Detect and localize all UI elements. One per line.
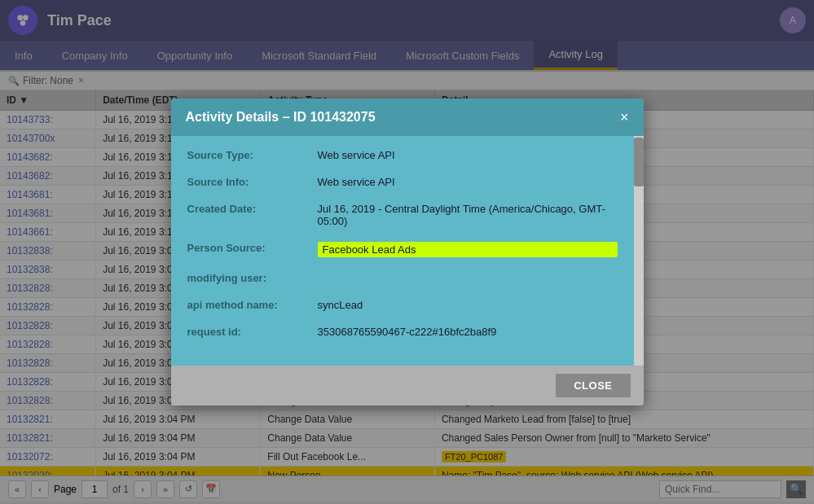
- modal-scroll-track: Source Type:Web service APISource Info:W…: [171, 136, 644, 366]
- detail-value: Web service API: [318, 149, 618, 161]
- detail-label: Person Source:: [187, 242, 318, 254]
- detail-label: Source Type:: [187, 149, 318, 161]
- detail-row: Source Info:Web service API: [187, 176, 618, 188]
- detail-value: 353068765590467-c222#16bfc2ba8f9: [318, 326, 618, 338]
- activity-details-modal: Activity Details – ID 101432075 × Source…: [171, 99, 644, 405]
- detail-row: Source Type:Web service API: [187, 149, 618, 161]
- modal-close-x-button[interactable]: ×: [620, 110, 629, 125]
- modal-title: Activity Details – ID 101432075: [186, 110, 376, 125]
- detail-label: Created Date:: [187, 203, 318, 215]
- modal-header: Activity Details – ID 101432075 ×: [171, 99, 644, 136]
- detail-row: request id:353068765590467-c222#16bfc2ba…: [187, 326, 618, 338]
- detail-label: Source Info:: [187, 176, 318, 188]
- modal-scrollbar[interactable]: [634, 136, 644, 366]
- modal-footer: CLOSE: [171, 366, 644, 405]
- detail-label: modifying user:: [187, 272, 318, 284]
- detail-value: Facebook Lead Ads: [318, 242, 618, 257]
- detail-row: Created Date:Jul 16, 2019 - Central Dayl…: [187, 203, 618, 227]
- detail-row: Person Source:Facebook Lead Ads: [187, 242, 618, 257]
- modal-overlay: Activity Details – ID 101432075 × Source…: [0, 0, 814, 504]
- close-button[interactable]: CLOSE: [556, 374, 630, 397]
- detail-row: modifying user:: [187, 272, 618, 284]
- detail-value: syncLead: [318, 299, 618, 311]
- detail-value: Web service API: [318, 176, 618, 188]
- detail-label: api method name:: [187, 299, 318, 311]
- detail-row: api method name:syncLead: [187, 299, 618, 311]
- detail-value: Jul 16, 2019 - Central Daylight Time (Am…: [318, 203, 618, 227]
- scrollbar-thumb[interactable]: [634, 138, 644, 186]
- modal-content: Source Type:Web service APISource Info:W…: [171, 136, 634, 366]
- detail-label: request id:: [187, 326, 318, 338]
